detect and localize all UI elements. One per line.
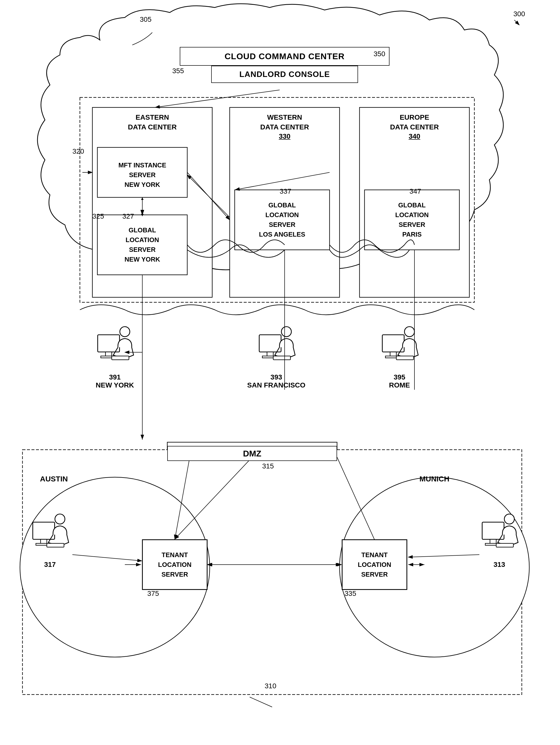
svg-rect-48: [47, 543, 64, 547]
landlord-console: LANDLORD CONSOLE: [211, 66, 358, 83]
svg-line-64: [187, 172, 230, 220]
ref-395: 395: [380, 373, 419, 381]
ccc-title: CLOUD COMMAND CENTER: [180, 47, 389, 66]
svg-line-26: [175, 457, 190, 540]
svg-rect-18: [23, 450, 522, 694]
svg-line-75: [250, 697, 272, 707]
gls-western-label: GLOBALLOCATIONSERVERLOS ANGELES: [235, 190, 329, 250]
svg-point-52: [504, 514, 514, 524]
svg-point-42: [405, 327, 414, 337]
svg-line-27: [337, 457, 375, 540]
ref-355: 355: [172, 67, 184, 75]
user-munich: 313: [479, 510, 519, 569]
ref-320: 320: [72, 148, 84, 155]
user-rome: 395 ROME: [380, 322, 419, 389]
svg-rect-53: [496, 543, 514, 547]
person-icon-rome: [380, 322, 419, 372]
svg-point-32: [120, 327, 130, 337]
svg-point-47: [55, 514, 65, 524]
person-icon-ny: [95, 322, 135, 372]
user-san-francisco: 393 SAN FRANCISCO: [247, 322, 305, 389]
ref-315: 315: [262, 462, 274, 470]
gls-eastern-label: GLOBALLOCATIONSERVERNEW YORK: [97, 215, 187, 275]
western-dc-title: WESTERNDATA CENTER: [230, 112, 340, 132]
person-icon-sf: [256, 322, 296, 372]
ref-310: 310: [265, 682, 276, 690]
svg-line-65: [187, 175, 230, 217]
cloud-command-center: CLOUD COMMAND CENTER LANDLORD CONSOLE: [180, 47, 389, 83]
person-icon-austin: [30, 510, 70, 560]
svg-rect-33: [112, 356, 129, 360]
europe-dc-title: EUROPEDATA CENTER: [359, 112, 469, 132]
svg-line-74: [72, 555, 142, 561]
ref-313: 313: [479, 561, 519, 569]
svg-rect-43: [396, 356, 414, 360]
ref-300: 300: [513, 10, 525, 18]
city-sf: SAN FRANCISCO: [247, 381, 305, 389]
ref-393: 393: [247, 373, 305, 381]
tls-munich: TENANTLOCATIONSERVER: [342, 540, 407, 590]
ref-350: 350: [374, 50, 385, 58]
ref-340: 340: [359, 132, 469, 140]
city-ny: NEW YORK: [95, 381, 135, 389]
ref-391: 391: [95, 373, 135, 381]
ref-317: 317: [30, 561, 70, 569]
svg-line-71: [175, 457, 252, 539]
city-rome: ROME: [380, 381, 419, 389]
mft-label: MFT INSTANCESERVERNEW YORK: [97, 150, 187, 200]
ref-335: 335: [345, 590, 356, 597]
svg-rect-38: [273, 356, 290, 360]
ref-305: 305: [140, 15, 151, 24]
svg-line-10: [155, 90, 280, 107]
user-austin: 317: [30, 510, 70, 569]
austin-label: AUSTIN: [40, 475, 68, 483]
person-icon-munich: [479, 510, 519, 560]
eastern-dc-title: EASTERNDATA CENTER: [92, 112, 212, 132]
ref-375: 375: [147, 590, 159, 597]
dmz-label: DMZ: [167, 446, 337, 461]
munich-label: MUNICH: [419, 475, 449, 483]
diagram: 300 305: [0, 0, 560, 745]
svg-point-37: [281, 327, 291, 337]
ref-330: 330: [230, 132, 340, 140]
gls-europe-label: GLOBALLOCATIONSERVERPARIS: [364, 190, 459, 250]
svg-line-73: [408, 555, 479, 557]
user-new-york: 391 NEW YORK: [95, 322, 135, 389]
tls-austin: TENANTLOCATIONSERVER: [142, 540, 207, 590]
